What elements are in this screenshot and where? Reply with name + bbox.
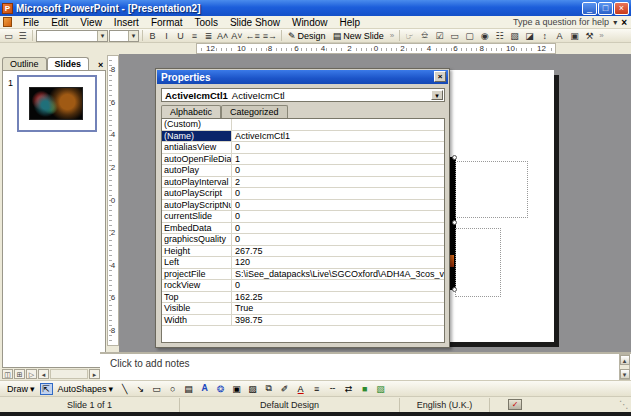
- shadow-style-icon[interactable]: ■: [358, 383, 371, 395]
- view-code-icon[interactable]: ⎒: [418, 30, 431, 42]
- horizontal-scrollbar[interactable]: [50, 369, 88, 379]
- property-value[interactable]: 2: [232, 177, 444, 188]
- toolbar-options-icon[interactable]: »: [597, 31, 605, 40]
- wordart-icon[interactable]: 𝐀: [198, 383, 211, 395]
- select-objects-button[interactable]: ⇱: [40, 383, 53, 395]
- decrease-font-icon[interactable]: A˅: [230, 30, 243, 42]
- property-value[interactable]: 0: [232, 142, 444, 153]
- property-name[interactable]: Top: [162, 292, 232, 303]
- italic-button[interactable]: I: [160, 30, 173, 42]
- draw-menu-button[interactable]: Draw ▾: [4, 384, 38, 394]
- scroll-left-icon[interactable]: ◂: [38, 369, 49, 379]
- normal-view-button[interactable]: ◫: [2, 369, 13, 379]
- notes-scrollbar[interactable]: ▴ ▾: [619, 354, 630, 380]
- expand-all-icon[interactable]: ☰: [16, 30, 29, 42]
- property-name[interactable]: Height: [162, 246, 232, 257]
- decrease-indent-icon[interactable]: ←≡: [245, 30, 261, 42]
- arrow-icon[interactable]: ↘: [134, 383, 147, 395]
- increase-font-icon[interactable]: A˄: [216, 30, 229, 42]
- property-name[interactable]: Visible: [162, 303, 232, 314]
- language-indicator[interactable]: English (U.K.): [400, 398, 490, 412]
- design-button[interactable]: ✎ Design: [285, 31, 329, 41]
- menu-insert[interactable]: Insert: [108, 16, 145, 29]
- properties-dialog-titlebar[interactable]: Properties ×: [157, 70, 448, 84]
- minimize-button[interactable]: _: [582, 2, 597, 15]
- close-presentation-icon[interactable]: ×: [621, 17, 627, 28]
- property-row[interactable]: VisibleTrue: [162, 303, 444, 315]
- properties-icon[interactable]: ☞: [403, 30, 416, 42]
- property-row[interactable]: autoPlayScriptNum0: [162, 200, 444, 212]
- property-name[interactable]: Left: [162, 257, 232, 268]
- diagram-icon[interactable]: ❂: [214, 383, 227, 395]
- property-row[interactable]: (Name)ActiveIcmCtl1: [162, 131, 444, 143]
- property-value[interactable]: 398.75: [232, 315, 444, 326]
- chevron-down-icon[interactable]: ▾: [613, 18, 617, 27]
- close-pane-icon[interactable]: ×: [95, 60, 106, 70]
- label-control-icon[interactable]: A: [553, 30, 566, 42]
- property-row[interactable]: currentSlide0: [162, 211, 444, 223]
- toolbar-options-icon[interactable]: »: [388, 31, 396, 40]
- property-name[interactable]: projectFile: [162, 269, 232, 280]
- property-row[interactable]: EmbedData0: [162, 223, 444, 235]
- property-value[interactable]: 0: [232, 211, 444, 222]
- combobox-control-icon[interactable]: ▧: [508, 30, 521, 42]
- slide-sorter-view-button[interactable]: ⊞: [14, 369, 25, 379]
- property-row[interactable]: autoOpenFileDialog1: [162, 154, 444, 166]
- property-row[interactable]: Width398.75: [162, 315, 444, 327]
- line-icon[interactable]: ╲: [118, 383, 131, 395]
- underline-button[interactable]: U: [174, 30, 187, 42]
- menu-slide-show[interactable]: Slide Show: [224, 16, 286, 29]
- selection-handle[interactable]: [452, 287, 457, 292]
- property-value[interactable]: 120: [232, 257, 444, 268]
- property-value[interactable]: 162.25: [232, 292, 444, 303]
- increase-indent-icon[interactable]: ≡→: [262, 30, 278, 42]
- menu-format[interactable]: Format: [145, 16, 189, 29]
- selection-handle[interactable]: [452, 220, 457, 225]
- property-row[interactable]: rockView0: [162, 280, 444, 292]
- spellcheck-status-icon[interactable]: ✓: [508, 399, 522, 410]
- property-name[interactable]: antialiasView: [162, 142, 232, 153]
- object-selector-combo[interactable]: ActiveIcmCtl1 ActiveIcmCtl ▾: [161, 88, 445, 102]
- title-bar[interactable]: P Microsoft PowerPoint - [Presentation2]…: [0, 0, 631, 16]
- selection-handle[interactable]: [452, 155, 457, 160]
- property-row[interactable]: projectFileS:\iSee_datapacks\Live\SGCOxf…: [162, 269, 444, 281]
- line-color-icon[interactable]: ✐: [278, 383, 291, 395]
- property-row[interactable]: antialiasView0: [162, 142, 444, 154]
- property-name[interactable]: currentSlide: [162, 211, 232, 222]
- property-row[interactable]: graphicsQuality0: [162, 234, 444, 246]
- close-button[interactable]: ×: [614, 2, 629, 15]
- text-placeholder-box[interactable]: [455, 161, 528, 218]
- scroll-down-icon[interactable]: ▾: [620, 369, 630, 379]
- property-row[interactable]: autoPlayScript0: [162, 188, 444, 200]
- chevron-down-icon[interactable]: ▾: [431, 90, 443, 100]
- slideshow-view-button[interactable]: ▷: [26, 369, 37, 379]
- bullet-list-icon[interactable]: ≣: [202, 30, 215, 42]
- togglebutton-control-icon[interactable]: ◪: [523, 30, 536, 42]
- tab-alphabetic[interactable]: Alphabetic: [161, 105, 221, 119]
- image-control-icon[interactable]: ▣: [568, 30, 581, 42]
- dash-style-icon[interactable]: ╌: [326, 383, 339, 395]
- scroll-up-icon[interactable]: ▴: [620, 355, 630, 365]
- property-row[interactable]: Top162.25: [162, 292, 444, 304]
- bold-button[interactable]: B: [146, 30, 159, 42]
- property-value[interactable]: [232, 119, 444, 130]
- tab-categorized[interactable]: Categorized: [221, 105, 288, 118]
- font-name-combo[interactable]: ▾: [36, 30, 108, 42]
- menu-edit[interactable]: Edit: [45, 16, 74, 29]
- property-value[interactable]: 0: [232, 280, 444, 291]
- property-name[interactable]: autoPlayScriptNum: [162, 200, 232, 211]
- chevron-down-icon[interactable]: ▾: [128, 31, 138, 41]
- property-name[interactable]: Width: [162, 315, 232, 326]
- property-row[interactable]: Left120: [162, 257, 444, 269]
- property-value[interactable]: 0: [232, 188, 444, 199]
- property-value[interactable]: 1: [232, 154, 444, 165]
- menu-file[interactable]: File: [17, 16, 45, 29]
- property-name[interactable]: graphicsQuality: [162, 234, 232, 245]
- 3d-style-icon[interactable]: ▧: [374, 383, 387, 395]
- properties-grid[interactable]: (Custom)(Name)ActiveIcmCtl1antialiasView…: [161, 118, 445, 343]
- property-row[interactable]: autoPlayInterval2: [162, 177, 444, 189]
- property-row[interactable]: autoPlay0: [162, 165, 444, 177]
- font-size-combo[interactable]: ▾: [109, 30, 139, 42]
- text-placeholder-box[interactable]: [455, 228, 501, 297]
- property-value[interactable]: ActiveIcmCtl1: [232, 131, 444, 142]
